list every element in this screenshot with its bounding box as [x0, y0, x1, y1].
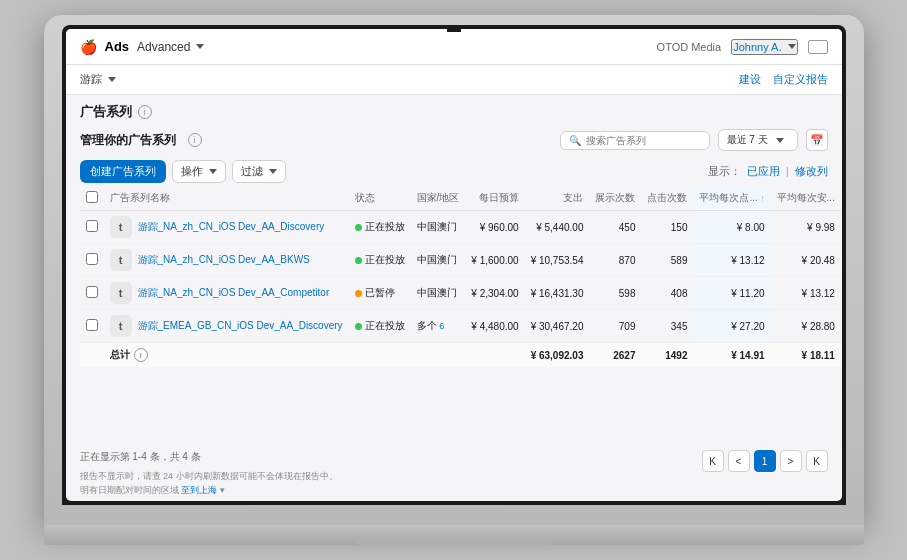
- search-icon: 🔍: [569, 135, 581, 146]
- note-link[interactable]: 至到上海: [181, 485, 217, 495]
- status-dot-icon: [355, 224, 362, 231]
- col-header-region[interactable]: 国家/地区: [411, 186, 466, 211]
- user-chevron-icon: [788, 44, 796, 49]
- col-header-avg-cpt[interactable]: 平均每次点...: [693, 186, 770, 211]
- campaigns-table: 广告系列名称 状态 国家/地区 每日预算: [80, 186, 841, 367]
- campaign-name[interactable]: 游踪_NA_zh_CN_iOS Dev_AA_Competitor: [138, 286, 330, 300]
- filter-button[interactable]: 过滤: [232, 160, 286, 183]
- prev-page-button[interactable]: <: [728, 450, 750, 472]
- actions-label: 操作: [181, 164, 203, 179]
- row-checkbox[interactable]: [86, 319, 98, 331]
- build-link[interactable]: 建设: [739, 72, 761, 87]
- totals-impressions-cell: 2627: [589, 343, 641, 368]
- status-cell: 正在投放: [349, 244, 411, 277]
- col-header-spend[interactable]: 支出: [525, 186, 590, 211]
- spend-cell: ¥ 30,467.20: [525, 310, 590, 343]
- row-checkbox[interactable]: [86, 253, 98, 265]
- campaign-name-cell: t 游踪_EMEA_GB_CN_iOS Dev_AA_Discovery: [104, 310, 349, 343]
- totals-checkbox-cell: [80, 343, 104, 368]
- action-bar: 创建广告系列 操作 过滤 显示： 已应用: [66, 157, 842, 186]
- row-checkbox[interactable]: [86, 286, 98, 298]
- table-row: t 游踪_NA_zh_CN_iOS Dev_AA_Competitor 已暂停 …: [80, 277, 841, 310]
- col-header-name[interactable]: 广告系列名称: [104, 186, 349, 211]
- next-page-button[interactable]: >: [780, 450, 802, 472]
- manage-info-icon[interactable]: i: [188, 133, 202, 147]
- campaign-icon: t: [110, 216, 132, 238]
- status-cell: 正在投放: [349, 310, 411, 343]
- row-checkbox-cell: [80, 310, 104, 343]
- region-cell: 中国澳门: [411, 277, 466, 310]
- last-page-button[interactable]: K: [806, 450, 828, 472]
- col-header-avg-cpa[interactable]: 平均每次安...: [771, 186, 841, 211]
- totals-avg-cpa-cell: ¥ 18.11: [771, 343, 841, 368]
- page-title: 广告系列: [80, 103, 132, 121]
- status-label: 正在投放: [365, 253, 405, 267]
- impressions-cell: 870: [589, 244, 641, 277]
- totals-status-cell: [349, 343, 411, 368]
- region-cell: 中国澳门: [411, 244, 466, 277]
- impressions-cell: 598: [589, 277, 641, 310]
- spend-cell: ¥ 5,440.00: [525, 211, 590, 244]
- page-info-icon[interactable]: i: [138, 105, 152, 119]
- region-cell: 多个 6: [411, 310, 466, 343]
- modify-columns-link[interactable]: 修改列: [795, 164, 828, 179]
- row-checkbox[interactable]: [86, 220, 98, 232]
- col-header-daily-budget[interactable]: 每日预算: [465, 186, 524, 211]
- user-menu-button[interactable]: Johnny A.: [731, 39, 797, 55]
- row-checkbox-cell: [80, 211, 104, 244]
- advanced-dropdown-button[interactable]: Advanced: [137, 40, 204, 54]
- first-page-button[interactable]: K: [702, 450, 724, 472]
- campaign-name-cell: t 游踪_NA_zh_CN_iOS Dev_AA_Discovery: [104, 211, 349, 244]
- page-header: 广告系列 i: [66, 95, 842, 125]
- daily-budget-cell: ¥ 2,304.00: [465, 277, 524, 310]
- campaign-name-cell: t 游踪_NA_zh_CN_iOS Dev_AA_BKWS: [104, 244, 349, 277]
- avg-cpa-cell: ¥ 28.80: [771, 310, 841, 343]
- showing-applied-link[interactable]: 已应用: [747, 164, 780, 179]
- actions-button[interactable]: 操作: [172, 160, 226, 183]
- advanced-label: Advanced: [137, 40, 190, 54]
- select-all-checkbox[interactable]: [86, 191, 98, 203]
- col-header-status[interactable]: 状态: [349, 186, 411, 211]
- col-header-impressions[interactable]: 展示次数: [589, 186, 641, 211]
- totals-info-icon[interactable]: i: [134, 348, 148, 362]
- totals-label: 总计: [110, 348, 130, 362]
- totals-region-cell: [411, 343, 466, 368]
- search-input[interactable]: [586, 135, 701, 146]
- search-box[interactable]: 🔍: [560, 131, 710, 150]
- create-campaign-button[interactable]: 创建广告系列: [80, 160, 166, 183]
- calendar-icon: 📅: [810, 134, 824, 147]
- campaigns-table-container: 广告系列名称 状态 国家/地区 每日预算: [66, 186, 842, 444]
- taps-cell: 408: [641, 277, 693, 310]
- status-dot-icon: [355, 290, 362, 297]
- campaign-name[interactable]: 游踪_NA_zh_CN_iOS Dev_AA_BKWS: [138, 253, 310, 267]
- spend-cell: ¥ 10,753.54: [525, 244, 590, 277]
- impressions-cell: 709: [589, 310, 641, 343]
- avg-cpa-cell: ¥ 13.12: [771, 277, 841, 310]
- taps-cell: 589: [641, 244, 693, 277]
- status-label: 正在投放: [365, 319, 405, 333]
- top-bar: 🍎 Ads Advanced OTOD Media Johnny A.: [66, 29, 842, 65]
- calendar-button[interactable]: 📅: [806, 129, 828, 151]
- toolbar: 管理你的广告系列 i 🔍 最近 7 天: [66, 125, 842, 157]
- daily-budget-cell: ¥ 4,480.00: [465, 310, 524, 343]
- avg-cpt-cell: ¥ 8.00: [693, 211, 770, 244]
- ads-label: Ads: [105, 39, 130, 54]
- window-control-icon[interactable]: [808, 40, 828, 54]
- date-range-picker[interactable]: 最近 7 天: [718, 129, 798, 151]
- daily-budget-cell: ¥ 960.00: [465, 211, 524, 244]
- custom-reports-link[interactable]: 自定义报告: [773, 72, 828, 87]
- filter-label: 过滤: [241, 164, 263, 179]
- spend-cell: ¥ 16,431.30: [525, 277, 590, 310]
- status-label: 正在投放: [365, 220, 405, 234]
- breadcrumb-item[interactable]: 游踪: [80, 72, 116, 87]
- date-range-label: 最近 7 天: [727, 133, 768, 147]
- avg-cpt-cell: ¥ 11.20: [693, 277, 770, 310]
- campaign-name[interactable]: 游踪_NA_zh_CN_iOS Dev_AA_Discovery: [138, 220, 325, 234]
- status-cell: 正在投放: [349, 211, 411, 244]
- col-header-taps[interactable]: 点击次数: [641, 186, 693, 211]
- current-page-button[interactable]: 1: [754, 450, 776, 472]
- status-dot-icon: [355, 257, 362, 264]
- campaign-name[interactable]: 游踪_EMEA_GB_CN_iOS Dev_AA_Discovery: [138, 319, 343, 333]
- user-name: Johnny A.: [733, 41, 781, 53]
- filter-chevron-icon: [269, 169, 277, 174]
